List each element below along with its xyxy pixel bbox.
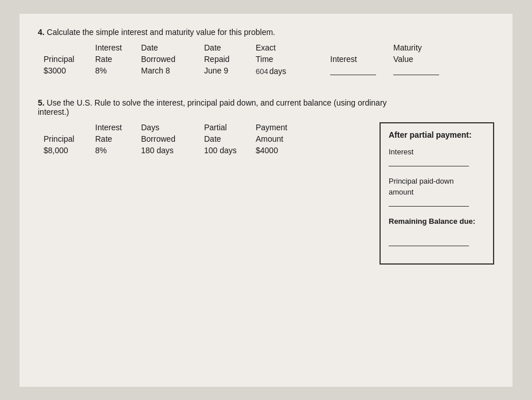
- p4-h1-c5: Exact: [256, 42, 330, 53]
- remaining-answer-line: [389, 238, 469, 246]
- p4-d-date-repaid: June 9: [204, 65, 256, 77]
- problem-5: 5. Use the U.S. Rule to solve the intere…: [38, 98, 494, 265]
- p4-sh-c6: Interest: [330, 54, 393, 64]
- principal-paid-label2: amount: [389, 188, 485, 196]
- interest-field-label: Interest: [389, 147, 485, 156]
- problem-5-title: 5. Use the U.S. Rule to solve the intere…: [38, 98, 393, 116]
- p4-d-maturity: [393, 65, 451, 77]
- p4-d-exact-time: 604 days: [256, 65, 330, 77]
- p5-sh-c4: Date: [204, 134, 256, 144]
- p5-h1-c4: Partial: [204, 122, 256, 133]
- remaining-field-row: Remaining Balance due:: [389, 217, 485, 246]
- p4-h1-c1: [44, 42, 95, 53]
- p4-sh-c3: Borrowed: [141, 54, 204, 64]
- problem-4-text: Calculate the simple interest and maturi…: [47, 28, 275, 37]
- principal-field-row: Principal paid-down amount: [389, 177, 485, 207]
- p4-interest-field: [330, 66, 376, 75]
- p4-sh-time-label: Time: [256, 55, 273, 64]
- problem-4-title: 4. Calculate the simple interest and mat…: [38, 28, 494, 37]
- p5-sh-c5: Amount: [256, 134, 307, 144]
- p5-h1-c2: Interest: [95, 122, 141, 133]
- p4-h1-c6: [330, 42, 393, 53]
- p4-maturity-field: [393, 66, 439, 75]
- p4-h1-c3: Date: [141, 42, 204, 53]
- p4-h1-c7: Maturity: [393, 42, 451, 53]
- principal-answer-line: [389, 199, 469, 207]
- p4-sh-c7: Value: [393, 54, 451, 64]
- problem-5-table: Interest Days Partial Payment Principal …: [44, 122, 307, 156]
- page: 4. Calculate the simple interest and mat…: [19, 14, 513, 387]
- p5-d-days-borrowed: 180 days: [141, 145, 204, 156]
- p4-d-exact-time-value: 604: [256, 67, 268, 76]
- p5-d-partial-date: 100 days: [204, 145, 256, 156]
- p5-sh-c2: Rate: [95, 134, 141, 144]
- p4-d-interest: [330, 65, 393, 77]
- p4-h1-c4: Date: [204, 42, 256, 53]
- remaining-balance-label: Remaining Balance due:: [389, 217, 485, 226]
- problem-4: 4. Calculate the simple interest and mat…: [38, 28, 494, 77]
- problem-5-table-section: Interest Days Partial Payment Principal …: [38, 122, 307, 156]
- p5-sh-c3: Borrowed: [141, 134, 204, 144]
- interest-field-row: Interest: [389, 147, 485, 166]
- p4-d-date-borrowed: March 8: [141, 65, 204, 77]
- problem-4-table: Interest Date Date Exact Maturity Princi…: [44, 42, 494, 77]
- p5-d-principal: $8,000: [44, 145, 95, 156]
- p4-d-principal: $3000: [44, 65, 95, 77]
- after-partial-box: After partial payment: Interest Principa…: [380, 122, 494, 265]
- p5-d-partial-amount: $4000: [256, 145, 307, 156]
- interest-answer-line: [389, 158, 469, 166]
- p5-sh-c1: Principal: [44, 134, 95, 144]
- problem-5-number: 5.: [38, 98, 45, 107]
- p4-sh-c5: Time: [256, 54, 330, 64]
- p4-d-rate: 8%: [95, 65, 141, 77]
- p4-h1-c2: Interest: [95, 42, 141, 53]
- p4-d-days-suffix: days: [269, 67, 287, 76]
- p5-h1-c1: [44, 122, 95, 133]
- p5-h1-c5: Payment: [256, 122, 307, 133]
- p5-d-rate: 8%: [95, 145, 141, 156]
- partial-box-title: After partial payment:: [389, 130, 485, 139]
- p5-h1-c3: Days: [141, 122, 204, 133]
- p4-sh-c2: Rate: [95, 54, 141, 64]
- problem-5-text: Use the U.S. Rule to solve the interest,…: [38, 98, 387, 116]
- p4-sh-c4: Repaid: [204, 54, 256, 64]
- problem-4-number: 4.: [38, 28, 45, 37]
- p4-sh-c1: Principal: [44, 54, 95, 64]
- principal-paid-label: Principal paid-down: [389, 177, 485, 185]
- problem-5-layout: Interest Days Partial Payment Principal …: [38, 122, 494, 265]
